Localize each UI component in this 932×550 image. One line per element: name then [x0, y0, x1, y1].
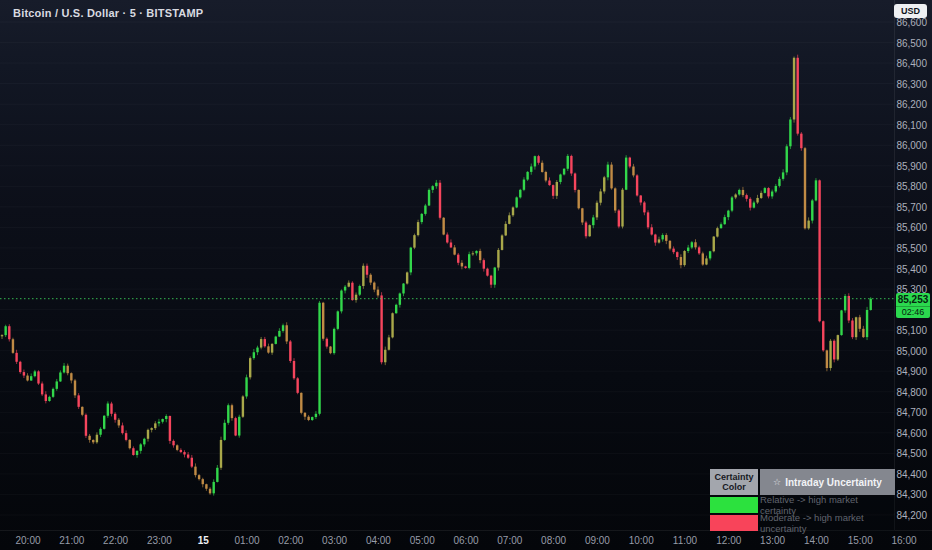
candle	[205, 484, 207, 489]
candle	[640, 196, 642, 203]
price-axis[interactable]: 86,60086,50086,40086,30086,20086,10086,0…	[896, 0, 932, 530]
candle	[362, 266, 364, 286]
candle	[278, 331, 280, 337]
legend-header-certainty-color: Certainty Color	[710, 469, 758, 495]
candle	[705, 258, 707, 264]
candle	[862, 329, 864, 337]
candle	[395, 305, 397, 313]
candle	[183, 452, 185, 454]
candle	[110, 404, 112, 414]
time-axis-label: 13:00	[760, 535, 785, 546]
candle	[351, 283, 353, 300]
time-axis-label: 06:00	[453, 535, 478, 546]
legend-header-intraday-uncertainty: ☆ Intraday Uncertainty	[760, 469, 895, 495]
candle	[176, 445, 178, 450]
candle	[227, 405, 229, 423]
candle	[220, 440, 222, 468]
candle	[658, 239, 660, 242]
candle	[158, 422, 160, 424]
candle	[165, 416, 167, 419]
candle	[275, 337, 277, 344]
price-axis-label: 85,900	[896, 160, 927, 171]
price-axis-label: 86,300	[896, 78, 927, 89]
candle	[442, 218, 444, 235]
candle	[603, 177, 605, 191]
candle	[486, 269, 488, 276]
candle	[848, 296, 850, 321]
time-axis-label: 04:00	[366, 535, 391, 546]
candle	[121, 425, 123, 433]
candle	[497, 250, 499, 268]
candle	[676, 252, 678, 257]
candle	[654, 235, 656, 243]
candle	[479, 251, 481, 260]
candle	[428, 190, 430, 206]
candle	[767, 188, 769, 196]
candle	[132, 448, 134, 455]
candle	[837, 335, 839, 359]
time-axis-date-label: 15	[198, 535, 209, 546]
candle	[720, 224, 722, 228]
candle	[563, 169, 565, 175]
candle	[410, 248, 412, 273]
candle	[778, 179, 780, 186]
candle	[107, 404, 109, 416]
time-axis-label: 23:00	[147, 535, 172, 546]
candle	[326, 339, 328, 347]
candle	[41, 384, 43, 395]
candle	[34, 371, 36, 376]
candle	[859, 317, 861, 329]
candle	[249, 358, 251, 377]
candle	[596, 203, 598, 218]
candle	[515, 197, 517, 207]
candle	[286, 325, 288, 341]
candle	[775, 186, 777, 192]
candle	[855, 317, 857, 337]
candle	[683, 251, 685, 265]
candlestick-series	[1, 55, 872, 496]
price-axis-label: 84,300	[896, 489, 927, 500]
candle	[213, 482, 215, 493]
candle	[556, 182, 558, 196]
candle	[337, 311, 339, 329]
candle	[12, 339, 14, 353]
candle	[713, 237, 715, 252]
time-axis-label: 22:00	[103, 535, 128, 546]
candle	[844, 296, 846, 310]
candle	[512, 207, 514, 215]
price-axis-label: 85,000	[896, 345, 927, 356]
symbol-title[interactable]: Bitcoin / U.S. Dollar · 5 · BITSTAMP	[13, 7, 203, 19]
candle	[67, 366, 69, 373]
candle	[552, 185, 554, 196]
candle	[85, 415, 87, 436]
candle	[585, 222, 587, 236]
currency-usd-button[interactable]: USD	[894, 4, 927, 18]
price-axis-label: 85,800	[896, 181, 927, 192]
price-axis-label: 84,600	[896, 427, 927, 438]
price-axis-label: 86,400	[896, 58, 927, 69]
candle	[202, 479, 204, 484]
candle	[300, 393, 302, 413]
candle	[826, 350, 828, 368]
candle	[26, 376, 28, 381]
candle	[793, 58, 795, 120]
candle	[534, 156, 536, 166]
candle	[807, 221, 809, 229]
candle	[406, 272, 408, 283]
candle	[88, 436, 90, 440]
candle	[118, 420, 120, 426]
time-axis-label: 10:00	[629, 535, 654, 546]
candle	[264, 339, 266, 346]
candle	[548, 181, 550, 186]
price-axis-label: 84,500	[896, 448, 927, 459]
candle	[315, 414, 317, 417]
candle	[840, 310, 842, 335]
candle	[629, 158, 631, 167]
candle	[457, 255, 459, 263]
candle	[172, 441, 174, 445]
candle	[103, 416, 105, 429]
candle	[421, 214, 423, 222]
candlestick-chart[interactable]	[0, 0, 932, 550]
price-axis-label: 86,100	[896, 119, 927, 130]
candle	[815, 180, 817, 200]
